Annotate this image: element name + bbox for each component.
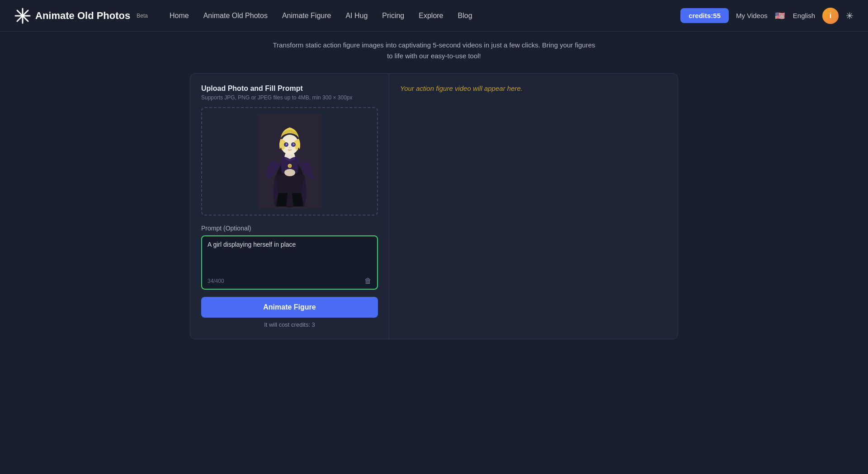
prompt-input[interactable]	[208, 241, 372, 272]
nav-blog[interactable]: Blog	[458, 12, 472, 20]
left-panel: Upload Photo and Fill Prompt Supports JP…	[190, 74, 389, 339]
main-content: Upload Photo and Fill Prompt Supports JP…	[0, 66, 868, 357]
prompt-footer: 34/400 🗑	[208, 277, 372, 285]
theme-toggle-icon[interactable]: ✳	[846, 10, 854, 21]
prompt-char-count: 34/400	[208, 278, 224, 284]
upload-dropzone[interactable]	[201, 107, 378, 216]
upload-subtitle: Supports JPG, PNG or JPEG files up to 4M…	[201, 94, 378, 101]
prompt-label: Prompt (Optional)	[201, 225, 378, 232]
content-card: Upload Photo and Fill Prompt Supports JP…	[190, 73, 678, 339]
svg-point-12	[292, 143, 295, 146]
nav-animate-figure[interactable]: Animate Figure	[282, 12, 331, 20]
credits-button[interactable]: credits:55	[680, 8, 729, 23]
nav-pricing[interactable]: Pricing	[382, 12, 404, 20]
video-placeholder: Your action figure video will appear her…	[400, 84, 523, 92]
animate-figure-button[interactable]: Animate Figure	[201, 297, 378, 318]
upload-title: Upload Photo and Fill Prompt	[201, 84, 378, 93]
brand-beta: Beta	[137, 13, 148, 19]
nav-explore[interactable]: Explore	[419, 12, 443, 20]
nav-ai-hug[interactable]: AI Hug	[345, 12, 368, 20]
svg-point-7	[284, 169, 295, 176]
language-label[interactable]: English	[793, 12, 815, 19]
svg-point-14	[293, 144, 294, 145]
clear-prompt-icon[interactable]: 🗑	[364, 277, 372, 285]
brand-title: Animate Old Photos	[35, 10, 130, 22]
svg-point-13	[286, 144, 287, 145]
nav-animate-old-photos[interactable]: Animate Old Photos	[203, 12, 268, 20]
right-panel: Your action figure video will appear her…	[389, 74, 678, 339]
svg-point-11	[285, 143, 288, 146]
nav-links: Home Animate Old Photos Animate Figure A…	[170, 12, 680, 20]
navbar-right: credits:55 My Videos 🇺🇸 English i ✳	[680, 8, 854, 24]
nav-home[interactable]: Home	[170, 12, 189, 20]
prompt-wrapper: 34/400 🗑	[201, 235, 378, 290]
navbar: Animate Old Photos Beta Home Animate Old…	[0, 0, 868, 32]
brand-logo[interactable]: Animate Old Photos Beta	[14, 8, 148, 24]
hero-subtitle: Transform static action figure images in…	[0, 32, 868, 66]
brand-icon	[14, 8, 31, 24]
svg-point-4	[21, 14, 24, 17]
anime-figure-image	[258, 114, 321, 209]
avatar[interactable]: i	[822, 8, 839, 24]
svg-point-16	[288, 164, 292, 168]
language-flag: 🇺🇸	[775, 11, 785, 21]
my-videos-link[interactable]: My Videos	[736, 12, 768, 19]
cost-label: It will cost credits: 3	[201, 321, 378, 328]
